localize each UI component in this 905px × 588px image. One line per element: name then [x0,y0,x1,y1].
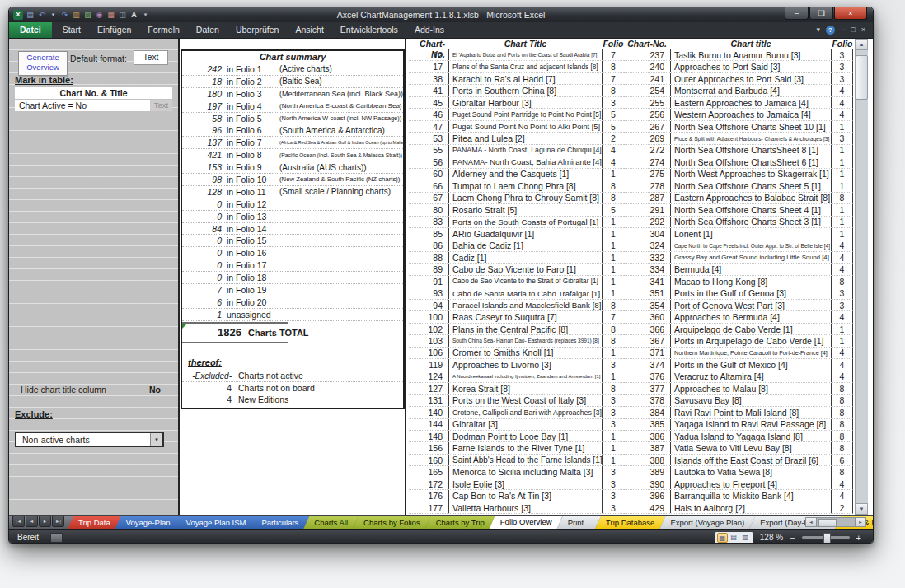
chart-row[interactable]: 341 Macao to Hong Kong [8] 8 [624,276,853,287]
folio-cell[interactable]: 3 [603,491,624,501]
chart-row[interactable]: 267 North Sea Offshore Charts Sheet 10 [… [624,121,853,133]
default-format-value[interactable]: Text [134,50,168,65]
chart-title-cell[interactable]: Cadiz [1] [448,252,603,263]
folio-cell[interactable]: 8 [832,408,852,418]
folio-cell[interactable]: 1 [603,253,624,263]
folio-cell[interactable]: 8 [603,336,624,346]
chart-number-cell[interactable]: 334 [624,264,670,274]
folio-cell[interactable]: 1 [603,455,624,465]
chart-title-cell[interactable]: ARio Guadalquivir [1] [448,228,603,239]
chart-number-cell[interactable]: 55 [409,145,448,155]
column-header-chart-title-right[interactable]: Chart title [670,39,832,49]
chart-row[interactable]: 374 Ports in the Gulf of Mexico [4] 4 [624,359,853,371]
minimize-button[interactable]: – [785,7,809,20]
chart-row[interactable]: 354 Port of Genova West Part [3] 3 [624,300,853,311]
chart-number-cell[interactable]: 378 [624,395,670,405]
chart-title-cell[interactable]: Korea Strait [8] [448,383,603,394]
chart-row[interactable]: 80 Rosario Strait [5] 5 [409,204,624,216]
breakdown-row[interactable]: 4 Charts not on board [182,382,403,394]
folio-cell[interactable]: 4 [832,348,852,357]
folio-cell[interactable]: 4 [832,240,852,250]
chart-number-cell[interactable]: 269 [624,133,670,143]
chart-row[interactable]: 389 Lautoka to Vatia Sewa [8] 8 [624,466,853,478]
workbook-restore-icon[interactable]: □ [851,26,855,35]
chart-row[interactable]: 160 Saint Abb's Head to the Farne Island… [409,455,624,466]
summary-row[interactable]: 98 in Folio 10 (New Zealand & South Paci… [182,174,403,186]
folio-cell[interactable]: 1 [832,145,852,155]
chart-number-cell[interactable]: 351 [624,288,670,298]
chart-number-cell[interactable]: 371 [624,348,670,357]
chart-number-cell[interactable]: 360 [624,312,670,322]
chart-number-cell[interactable]: 148 [409,432,448,441]
ribbon-tab-datei[interactable]: Datei [9,22,52,38]
chart-title-cell[interactable]: Paracel Islands and Macclesfield Bank [8… [448,300,603,310]
summary-row[interactable]: 0 in Folio 13 [182,211,403,223]
chart-row[interactable]: 367 Ports in Arquipelago de Cabo Verde [… [624,335,853,347]
folio-cell[interactable]: 1 [603,229,624,239]
chart-title-cell[interactable]: Dodman Point to Looe Bay [1] [448,431,603,441]
chart-row[interactable]: 103 South China Sea- Hainan Dao- Eastwar… [409,335,624,347]
folio-cell[interactable]: 3 [603,419,624,429]
chart-number-cell[interactable]: 85 [409,229,448,239]
chart-number-cell[interactable]: 377 [624,384,670,394]
chart-title-cell[interactable]: North Sea Offshore Charts Sheet 10 [1] [670,121,832,132]
chart-row[interactable]: 388 Islands off the East Coast of Brazil… [624,455,853,466]
restore-button[interactable]: ❑ [809,7,833,20]
redo-icon[interactable]: ↷ [60,10,69,20]
chart-number-cell[interactable]: 374 [624,360,670,370]
chart-number-cell[interactable]: 304 [624,229,670,239]
breakdown-row[interactable]: -Excluded- Charts not active [182,371,403,383]
folio-cell[interactable]: 4 [832,312,852,322]
zoom-slider-thumb[interactable] [823,533,831,544]
chart-title-cell[interactable]: Puget Sound Point Partridge to Point No … [448,109,603,119]
font-icon[interactable]: A [129,10,138,20]
chart-title-cell[interactable]: Valletta Harbours [3] [448,502,603,513]
scroll-up-icon[interactable]: ▲ [856,39,868,50]
tab-particulars[interactable]: Particulars [251,516,309,529]
folio-cell[interactable]: 8 [603,193,624,203]
chart-row[interactable]: 88 Cadiz [1] 1 [409,252,624,264]
chart-row[interactable]: 360 Approaches to Bermuda [4] 4 [624,311,853,323]
chart-number-cell[interactable]: 387 [624,443,670,453]
chart-row[interactable]: 156 Farne Islands to the River Tyne [1] … [409,442,624,454]
chart-title-cell[interactable]: Karachi to Ra's al Hadd [7] [448,73,603,84]
chart-row[interactable]: 94 Paracel Islands and Macclesfield Bank… [409,300,624,311]
folio-cell[interactable]: 3 [603,408,624,418]
folio-cell[interactable]: 1 [832,229,852,239]
chart-title-cell[interactable]: Raas Caseyr to Suqutra [7] [448,311,603,322]
folio-cell[interactable]: 8 [832,419,852,429]
chart-number-cell[interactable]: 172 [409,479,448,489]
chart-row[interactable]: 240 Approaches to Port Said [3] 3 [624,61,853,72]
folio-cell[interactable]: 4 [832,371,852,381]
folio-cell[interactable]: 3 [603,467,624,477]
tab-charts-all[interactable]: Charts All [303,516,359,529]
folio-cell[interactable]: 1 [603,288,624,298]
chart-title-cell[interactable]: Montserrat and Barbuda [4] [670,85,832,96]
breakdown-row[interactable]: 4 New Editions [182,394,403,406]
chart-number-cell[interactable]: 177 [409,503,448,513]
folio-cell[interactable]: 2 [603,133,624,143]
folio-cell[interactable]: 1 [603,432,624,441]
chart-row[interactable]: 46 Puget Sound Point Partridge to Point … [409,109,624,120]
folio-cell[interactable]: 1 [832,157,852,167]
folio-cell[interactable]: 3 [832,288,852,298]
chart-row[interactable]: 140 Crotone, Gallipoli and Bari with App… [409,407,624,418]
chart-row[interactable]: 127 Korea Strait [8] 8 [409,383,624,394]
folio-cell[interactable]: 1 [832,169,852,179]
chart-title-cell[interactable]: Yaqaga Island to Ravi Ravi Passage [8] [670,419,832,430]
folio-cell[interactable]: 8 [832,443,852,453]
chart-title-cell[interactable]: North West Approaches to Skagerrak [1] [670,169,832,180]
chart-title-cell[interactable]: North Sea Offshore ChartsSheet 6 [1] [670,156,832,167]
chart-row[interactable]: 278 North Sea Offshore Charts Sheet 5 [1… [624,180,853,192]
ribbon-tab-formeln[interactable]: Formeln [139,22,188,38]
chart-title-cell[interactable]: El 'Aqaba to Duba and Ports on the Coast… [448,49,603,60]
folio-cell[interactable]: 5 [603,205,624,215]
close-button[interactable]: × [834,7,867,20]
chart-title-cell[interactable]: Ports on the South Coasts of Portugal [1… [448,217,603,227]
column-header-folio-left[interactable]: Folio [603,39,624,49]
chart-row[interactable]: 124 A Noordzeekanaal including Ijmuiden,… [409,371,624,383]
folio-cell[interactable]: 8 [603,384,624,394]
paste-icon[interactable]: ▥ [72,10,81,20]
chart-row[interactable]: 53 Pitea and Lulea [2] 2 [409,133,624,144]
chart-row[interactable]: 377 Approaches to Malau [8] 8 [624,383,853,394]
